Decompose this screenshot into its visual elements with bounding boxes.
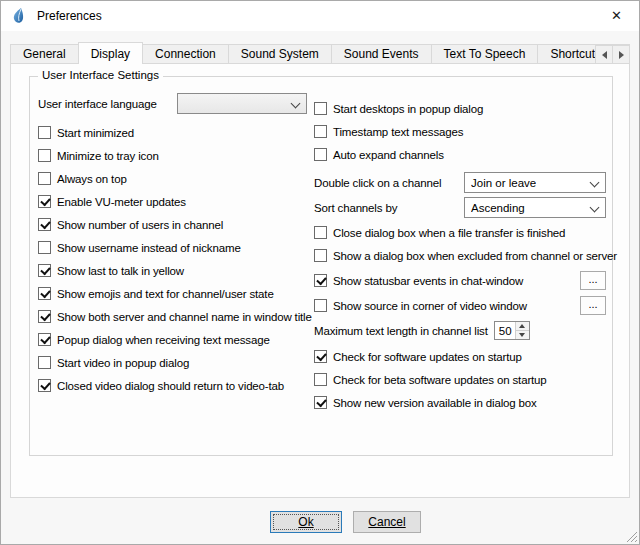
- checkbox-row[interactable]: Show a dialog box when excluded from cha…: [314, 248, 606, 263]
- checkbox[interactable]: [314, 102, 327, 115]
- tab-scroll-right-button[interactable]: [612, 45, 630, 64]
- preferences-dialog: Preferences ✕ General Display Connection…: [0, 0, 640, 545]
- ok-button-label: Ok: [298, 515, 313, 529]
- arrow-left-icon: [602, 51, 607, 59]
- tab-text-to-speech[interactable]: Text To Speech: [431, 44, 539, 63]
- checkbox[interactable]: [38, 149, 51, 162]
- checkbox[interactable]: [314, 148, 327, 161]
- tab-connection[interactable]: Connection: [142, 44, 229, 63]
- checkbox[interactable]: [314, 226, 327, 239]
- sort-channels-dropdown[interactable]: Ascending: [464, 197, 606, 218]
- tab-general[interactable]: General: [10, 44, 79, 63]
- checkbox[interactable]: [38, 379, 51, 392]
- tab-bar: General Display Connection Sound System …: [10, 42, 630, 64]
- checkbox-row[interactable]: Start minimized: [38, 125, 314, 140]
- checkbox-row[interactable]: Show last to talk in yellow: [38, 263, 314, 278]
- right-column: Start desktops in popup dialog Timestamp…: [314, 101, 606, 418]
- checkbox-row[interactable]: Popup dialog when receiving text message: [38, 332, 314, 347]
- max-text-length-spinner[interactable]: 50: [494, 321, 530, 340]
- language-label: User interface language: [38, 98, 177, 110]
- checkbox-label: Minimize to tray icon: [57, 150, 159, 162]
- statusbar-events-more-button[interactable]: ...: [580, 271, 606, 290]
- checkbox[interactable]: [314, 249, 327, 262]
- checkbox-row[interactable]: Enable VU-meter updates: [38, 194, 314, 209]
- checkbox-row[interactable]: Start desktops in popup dialog: [314, 101, 606, 116]
- checkbox-label: Show both server and channel name in win…: [57, 311, 312, 323]
- chevron-down-icon: [291, 99, 301, 109]
- checkbox[interactable]: [38, 310, 51, 323]
- checkbox[interactable]: [314, 396, 327, 409]
- resize-grip[interactable]: [625, 530, 637, 542]
- right-checkbox-list-bottom: Check for software updates on startup Ch…: [314, 349, 606, 410]
- checkbox[interactable]: [314, 350, 327, 363]
- checkbox-label: Closed video dialog should return to vid…: [57, 380, 284, 392]
- double-click-dropdown[interactable]: Join or leave: [464, 172, 606, 193]
- checkbox[interactable]: [38, 126, 51, 139]
- checkbox[interactable]: [314, 299, 327, 312]
- checkbox-row[interactable]: Check for software updates on startup: [314, 349, 606, 364]
- checkbox-row[interactable]: Show emojis and text for channel/user st…: [38, 286, 314, 301]
- titlebar[interactable]: Preferences ✕: [1, 1, 639, 31]
- checkbox-label: Auto expand channels: [333, 149, 444, 161]
- close-icon[interactable]: ✕: [594, 1, 639, 30]
- checkbox[interactable]: [38, 241, 51, 254]
- checkbox-label: Show source in corner of video window: [333, 300, 527, 312]
- checkbox-row[interactable]: Close dialog box when a file transfer is…: [314, 225, 606, 240]
- checkbox[interactable]: [38, 172, 51, 185]
- video-source-more-button[interactable]: ...: [580, 296, 606, 315]
- checkbox[interactable]: [314, 274, 327, 287]
- ok-button[interactable]: Ok: [270, 511, 342, 533]
- spin-up-button[interactable]: [516, 322, 529, 331]
- checkbox-row[interactable]: Check for beta software updates on start…: [314, 372, 606, 387]
- checkbox-row[interactable]: Show number of users in channel: [38, 217, 314, 232]
- checkbox-row[interactable]: Auto expand channels: [314, 147, 606, 162]
- spin-down-button[interactable]: [516, 331, 529, 339]
- tab-scroll-left-button[interactable]: [595, 45, 613, 64]
- max-text-length-value: 50: [495, 325, 515, 337]
- cancel-button-label: Cancel: [368, 515, 405, 529]
- checkbox[interactable]: [38, 195, 51, 208]
- sort-channels-value: Ascending: [471, 202, 525, 214]
- checkbox-label: Always on top: [57, 173, 127, 185]
- checkbox-row[interactable]: Always on top: [38, 171, 314, 186]
- tab-sound-system[interactable]: Sound System: [228, 44, 332, 63]
- left-column: User interface language Start minimized: [38, 93, 314, 401]
- tab-display[interactable]: Display: [78, 42, 143, 64]
- checkbox[interactable]: [38, 218, 51, 231]
- double-click-value: Join or leave: [471, 177, 536, 189]
- checkbox-row[interactable]: Show username instead of nickname: [38, 240, 314, 255]
- checkbox-row[interactable]: Timestamp text messages: [314, 124, 606, 139]
- checkbox-label: Show statusbar events in chat-window: [333, 275, 523, 287]
- checkbox[interactable]: [38, 356, 51, 369]
- checkbox-label: Check for beta software updates on start…: [333, 374, 547, 386]
- max-text-length-label: Maximum text length in channel list: [314, 325, 488, 337]
- tab-sound-events[interactable]: Sound Events: [331, 44, 432, 63]
- checkbox[interactable]: [38, 333, 51, 346]
- language-dropdown[interactable]: [177, 93, 307, 114]
- checkbox[interactable]: [38, 287, 51, 300]
- window-title: Preferences: [37, 9, 102, 23]
- app-icon: [10, 7, 28, 25]
- checkbox-row[interactable]: Start video in popup dialog: [38, 355, 314, 370]
- checkbox[interactable]: [314, 373, 327, 386]
- checkbox-label: Show number of users in channel: [57, 219, 223, 231]
- checkbox-label: Start video in popup dialog: [57, 357, 189, 369]
- language-row: User interface language: [38, 93, 314, 114]
- checkbox-row[interactable]: Closed video dialog should return to vid…: [38, 378, 314, 393]
- checkbox-row[interactable]: Show new version available in dialog box: [314, 395, 606, 410]
- cancel-button[interactable]: Cancel: [353, 511, 421, 533]
- spinner-arrows: [515, 322, 529, 339]
- checkbox-row[interactable]: Show both server and channel name in win…: [38, 309, 314, 324]
- arrow-down-icon: [519, 333, 525, 337]
- checkbox-label: Show emojis and text for channel/user st…: [57, 288, 274, 300]
- left-checkbox-list: Start minimized Minimize to tray icon Al…: [38, 125, 314, 393]
- checkbox[interactable]: [38, 264, 51, 277]
- double-click-label: Double click on a channel: [314, 177, 464, 189]
- checkbox-label: Start minimized: [57, 127, 134, 139]
- sort-channels-row: Sort channels by Ascending: [314, 197, 606, 218]
- checkbox-row[interactable]: Minimize to tray icon: [38, 148, 314, 163]
- checkbox-label: Show new version available in dialog box: [333, 397, 537, 409]
- checkbox[interactable]: [314, 125, 327, 138]
- arrow-up-icon: [519, 324, 525, 328]
- arrow-right-icon: [619, 51, 624, 59]
